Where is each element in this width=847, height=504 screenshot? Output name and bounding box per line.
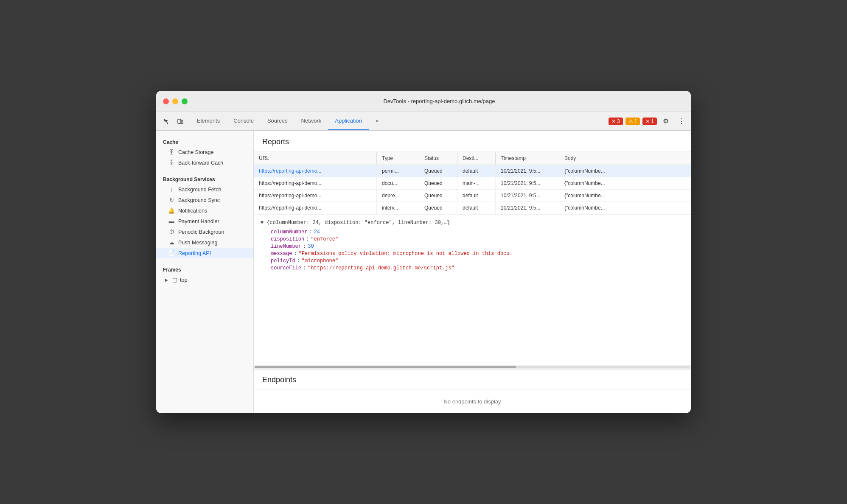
cell-url-1: https://reporting-api-demo... [254, 165, 377, 177]
cell-dest-3: default [457, 190, 496, 202]
prop-value-2: "enforce" [311, 236, 338, 242]
detail-summary[interactable]: ▼ {columnNumber: 24, disposition: "enfor… [261, 220, 684, 226]
cell-ts-2: 10/21/2021, 9:5... [496, 177, 559, 189]
prop-colon-5: : [297, 258, 300, 264]
sidebar-item-background-fetch[interactable]: ↕ Background Fetch [156, 184, 253, 195]
sidebar-item-reporting-api[interactable]: 📄 Reporting API [156, 248, 253, 258]
tabs: Elements Console Sources Network Applica… [190, 112, 609, 130]
tab-sources[interactable]: Sources [261, 112, 294, 130]
prop-name-5: policyId [271, 258, 295, 264]
cell-url-2: https://reporting-api-demo... [254, 177, 377, 189]
tab-network[interactable]: Network [294, 112, 328, 130]
settings-button[interactable]: ⚙ [659, 115, 672, 128]
traffic-lights [163, 98, 188, 104]
prop-value-6: "https://reporting-api-demo.glitch.me/sc… [308, 265, 454, 271]
svg-rect-0 [178, 119, 181, 123]
tab-console[interactable]: Console [227, 112, 261, 130]
triangle-right-icon: ▶ [163, 278, 170, 282]
title-bar: DevTools - reporting-api-demo.glitch.me/… [156, 91, 691, 112]
svg-rect-1 [181, 120, 183, 123]
device-toolbar-icon[interactable] [174, 115, 187, 128]
sidebar-label-payment-handler: Payment Handler [178, 218, 219, 224]
devtools-window: DevTools - reporting-api-demo.glitch.me/… [156, 91, 691, 413]
maximize-button[interactable] [182, 98, 188, 104]
endpoints-empty-message: No endpoints to display [254, 390, 691, 413]
prop-name-3: lineNumber [271, 244, 301, 249]
sidebar-item-periodic-background[interactable]: ⏱ Periodic Backgroun [156, 227, 253, 237]
scrollbar-thumb[interactable] [255, 366, 516, 368]
sidebar-label-top: top [180, 277, 187, 283]
reports-title: Reports [254, 131, 691, 152]
tab-application[interactable]: Application [328, 112, 369, 130]
close-button[interactable] [163, 98, 169, 104]
sidebar-label-notifications: Notifications [178, 208, 207, 214]
tab-more[interactable]: » [369, 112, 385, 130]
sidebar-item-background-sync[interactable]: ↻ Background Sync [156, 195, 253, 205]
table-row[interactable]: https://reporting-api-demo... depre... Q… [254, 190, 691, 202]
error-x-icon: ✕ [611, 118, 616, 124]
detail-summary-text: ▼ {columnNumber: 24, disposition: "enfor… [261, 220, 450, 226]
table-row[interactable]: https://reporting-api-demo... docu... Qu… [254, 177, 691, 190]
cell-body-2: {"columnNumbe... [559, 177, 691, 189]
more-options-button[interactable]: ⋮ [675, 115, 687, 128]
cloud-icon: ☁ [168, 239, 175, 246]
endpoints-section: Endpoints No endpoints to display [254, 369, 691, 413]
prop-colon-6: : [303, 265, 306, 271]
scrollbar-track [255, 366, 690, 368]
prop-name-6: sourceFile [271, 265, 301, 271]
col-timestamp: Timestamp [496, 152, 559, 165]
cell-type-3: depre... [377, 190, 419, 202]
col-status: Status [419, 152, 457, 165]
col-body: Body [559, 152, 691, 165]
sidebar-section-background-services: Background Services [156, 173, 253, 184]
cell-type-2: docu... [377, 177, 419, 189]
minimize-button[interactable] [172, 98, 178, 104]
sidebar-item-back-forward-cache[interactable]: 🗄 Back-forward Cach [156, 157, 253, 168]
sidebar-item-top[interactable]: ▶ ▢ top [156, 274, 253, 285]
prop-name-2: disposition [271, 236, 304, 242]
prop-value-1: 24 [314, 229, 320, 235]
col-url: URL [254, 152, 377, 165]
prop-name-4: message [271, 251, 292, 257]
inspect-icon[interactable] [160, 115, 172, 128]
cell-dest-2: main-... [457, 177, 496, 189]
detail-line-2: disposition : "enforce" [271, 236, 684, 242]
sidebar-label-background-sync: Background Sync [178, 197, 220, 203]
prop-colon-1: : [309, 229, 312, 235]
cell-type-1: permi... [377, 165, 419, 177]
sync-icon: ↻ [168, 197, 175, 203]
toolbar-right: ✕ 3 ⚠ 1 ✕ 1 ⚙ ⋮ [609, 112, 687, 130]
cell-type-4: interv... [377, 202, 419, 214]
tab-elements[interactable]: Elements [190, 112, 227, 130]
prop-colon-2: : [306, 236, 309, 242]
sidebar-label-back-forward-cache: Back-forward Cach [178, 160, 223, 166]
cell-dest-1: default [457, 165, 496, 177]
table-row[interactable]: https://reporting-api-demo... permi... Q… [254, 165, 691, 177]
warning-icon: ⚠ [628, 118, 633, 124]
detail-line-3: lineNumber : 30 [271, 244, 684, 249]
window-title: DevTools - reporting-api-demo.glitch.me/… [194, 98, 684, 104]
col-type: Type [377, 152, 419, 165]
error-badge2[interactable]: ✕ 1 [642, 118, 657, 125]
cell-ts-3: 10/21/2021, 9:5... [496, 190, 559, 202]
horizontal-scrollbar[interactable] [254, 365, 691, 369]
error-badge[interactable]: ✕ 3 [609, 118, 623, 125]
sidebar-item-cache-storage[interactable]: 🗄 Cache Storage [156, 147, 253, 157]
sidebar-item-push-messaging[interactable]: ☁ Push Messaging [156, 237, 253, 248]
sidebar-item-payment-handler[interactable]: ▬ Payment Handler [156, 216, 253, 227]
sidebar-label-periodic-background: Periodic Backgroun [178, 229, 224, 235]
detail-line-6: sourceFile : "https://reporting-api-demo… [271, 265, 684, 271]
table-row[interactable]: https://reporting-api-demo... interv... … [254, 202, 691, 214]
cell-status-4: Queued [419, 202, 457, 214]
cell-ts-4: 10/21/2021, 9:5... [496, 202, 559, 214]
cell-body-3: {"columnNumbe... [559, 190, 691, 202]
prop-colon-4: : [294, 251, 297, 257]
prop-name-1: columnNumber [271, 229, 307, 235]
toolbar: Elements Console Sources Network Applica… [156, 112, 691, 131]
error2-x-icon: ✕ [645, 118, 650, 124]
prop-colon-3: : [303, 244, 306, 249]
sidebar-item-notifications[interactable]: 🔔 Notifications [156, 205, 253, 216]
warning-badge[interactable]: ⚠ 1 [625, 118, 640, 125]
toolbar-icons [160, 112, 187, 130]
sidebar: Cache 🗄 Cache Storage 🗄 Back-forward Cac… [156, 131, 254, 413]
